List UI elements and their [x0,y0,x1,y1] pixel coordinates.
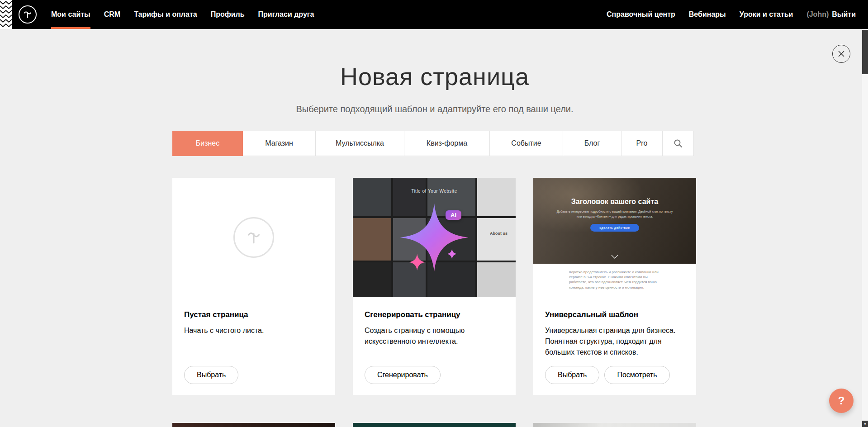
ai-badge: AI [446,210,461,220]
user-name: (John) [806,10,829,19]
template-body-section: Коротко представьтесь и расскажите о ком… [533,270,696,297]
template-hero-subtext: Добавьте интересные подробности о вашей … [555,209,674,219]
next-card-preview[interactable] [533,423,696,427]
card-actions: Выбрать Посмотреть [545,366,684,384]
primary-nav: Мои сайты CRM Тарифы и оплата Профиль Пр… [51,0,314,29]
search-icon [674,139,683,148]
template-cta-button: сделать действие [590,224,639,232]
template-card-grid-row2 [172,423,697,427]
card-description: Универсальная страница для бизнеса. Поня… [545,325,684,358]
tab-quiz-form[interactable]: Квиз-форма [404,131,490,156]
tilda-logo[interactable] [19,5,37,24]
tilda-watermark-icon [245,228,263,247]
close-icon [838,50,845,57]
nav-profile[interactable]: Профиль [211,0,245,29]
choose-button[interactable]: Выбрать [545,366,599,384]
tab-pro[interactable]: Pro [621,131,663,156]
content-column: Новая страница Выберите подходящий шабло… [172,62,697,427]
tab-search[interactable] [662,131,694,156]
tab-multilink[interactable]: Мультиссылка [315,131,404,156]
generate-button[interactable]: Сгенерировать [365,366,441,384]
card-title: Пустая страница [184,310,323,319]
template-card-grid: Пустая страница Начать с чистого листа. … [172,178,697,395]
nav-invite-friend[interactable]: Пригласи друга [258,0,314,29]
template-hero: Заголовок вашего сайта Добавьте интересн… [533,178,696,264]
card-body: Универсальный шаблон Универсальная стран… [533,297,696,395]
card-description: Начать с чистого листа. [184,325,323,336]
nav-my-sites[interactable]: Мои сайты [51,0,90,29]
card-description: Создать страницу с помощью искусственног… [365,325,504,347]
ai-sparkle-wrap [353,178,516,297]
main-area: Новая страница Выберите подходящий шабло… [0,29,862,427]
tab-store[interactable]: Магазин [242,131,316,156]
nav-crm[interactable]: CRM [104,0,120,29]
help-button[interactable]: ? [829,389,854,413]
card-blank-page: Пустая страница Начать с чистого листа. … [172,178,335,395]
chevron-down-icon [611,252,618,261]
close-button[interactable] [832,45,850,63]
page-subtitle: Выберите подходящий шаблон и адаптируйте… [172,104,697,114]
page-title: Новая страница [172,62,697,90]
tab-event[interactable]: Событие [489,131,563,156]
nav-help-center[interactable]: Справочный центр [607,10,675,19]
card-title: Сгенерировать страницу [365,310,504,319]
card-universal-template: Заголовок вашего сайта Добавьте интересн… [533,178,696,395]
card-body: Пустая страница Начать с чистого листа. … [172,297,335,395]
tilda-logo-icon [22,9,33,20]
template-hero-heading: Заголовок вашего сайта [571,198,658,206]
tilda-watermark [233,217,274,258]
user-block: (John) Выйти [806,10,856,19]
tab-blog[interactable]: Блог [563,131,621,156]
ai-sparkle-icon [396,199,472,275]
universal-template-preview[interactable]: Заголовок вашего сайта Добавьте интересн… [533,178,696,297]
nav-lessons[interactable]: Уроки и статьи [740,10,793,19]
preview-button[interactable]: Посмотреть [604,366,669,384]
template-body-text: Коротко представьтесь и расскажите о ком… [569,270,660,290]
card-actions: Выбрать [184,366,323,384]
next-card-preview[interactable] [172,423,335,427]
next-card-preview[interactable] [353,423,516,427]
scrollbar-down-arrow[interactable]: ▼ [862,421,868,427]
card-title: Универсальный шаблон [545,310,684,319]
card-body: Сгенерировать страницу Создать страницу … [353,297,516,395]
scrollbar-thumb[interactable] [862,30,868,74]
card-actions: Сгенерировать [365,366,504,384]
page-scrollbar[interactable]: ▼ [862,29,868,427]
top-navbar: Мои сайты CRM Тарифы и оплата Профиль Пр… [0,0,868,29]
choose-button[interactable]: Выбрать [184,366,238,384]
blank-page-preview[interactable] [172,178,335,297]
tab-business[interactable]: Бизнес [172,131,243,156]
zigzag-decoration [0,0,12,29]
template-category-tabs: Бизнес Магазин Мультиссылка Квиз-форма С… [172,131,697,156]
secondary-nav: Справочный центр Вебинары Уроки и статьи… [607,0,868,29]
nav-pricing[interactable]: Тарифы и оплата [134,0,197,29]
card-ai-generate: Title of Your Website About us [353,178,516,395]
ai-generate-preview[interactable]: Title of Your Website About us [353,178,516,297]
logout-link[interactable]: Выйти [832,10,856,19]
zigzag-icon [0,0,12,29]
nav-webinars[interactable]: Вебинары [689,10,726,19]
